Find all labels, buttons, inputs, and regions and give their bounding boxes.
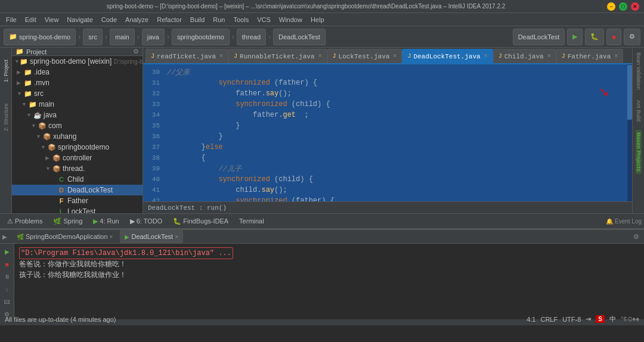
code-content[interactable]: 30 //父亲 31 synchronized (father) { 32 fa… <box>143 64 632 201</box>
close-button[interactable]: ✕ <box>631 2 639 11</box>
tree-thread[interactable]: ▼ 📦 thread. <box>12 163 143 174</box>
toolbar-java-button[interactable]: java <box>142 29 165 45</box>
tab-runnableticket[interactable]: J RunnableTicket.java × <box>228 49 327 63</box>
menu-code[interactable]: Code <box>98 15 120 24</box>
toolbar-class-button[interactable]: DeadLockTest <box>273 29 326 45</box>
toolbar-src-button[interactable]: src <box>83 29 103 45</box>
tab-todo[interactable]: ▶ 6: TODO <box>125 215 168 227</box>
minimize-button[interactable]: − <box>607 2 615 11</box>
toolbar-springbootdemo-button[interactable]: springbootdemo <box>172 29 230 45</box>
debug-button[interactable]: 🐛 <box>585 29 604 45</box>
toolbar-main-button[interactable]: main <box>110 29 135 45</box>
menu-tools[interactable]: Tools <box>230 15 252 24</box>
panel-gear-icon[interactable]: ⚙ <box>133 48 139 55</box>
code-line-35: 35 } <box>143 120 632 131</box>
tree-idea[interactable]: ▶ 📁 .idea <box>12 67 143 77</box>
tab-locktest[interactable]: J LockTest.java × <box>327 49 402 63</box>
bean-validation-label[interactable]: Bean Validation <box>636 50 642 92</box>
run-panel-tabs: ▶ 🌿 SpringBootDemoApplication × ▶ DeadLo… <box>0 230 644 244</box>
run-button[interactable]: ▶ <box>567 29 583 45</box>
sidebar-item-structure[interactable]: 2: Structure <box>1 97 11 138</box>
run-icon: ▶ <box>2 234 7 240</box>
tree-com[interactable]: ▼ 📦 com <box>12 120 143 131</box>
title-bar: spring-boot-demo – [D:\spring-boot-demo]… <box>0 0 644 13</box>
code-line-38: 38 { <box>143 153 632 163</box>
run-output-area[interactable]: "D:\Program Files\Java\jdk1.8.0_121\bin\… <box>14 244 644 319</box>
menu-edit[interactable]: Edit <box>21 15 40 24</box>
tab-readticket[interactable]: J readTicket.java × <box>145 49 228 63</box>
code-line-31: 31 synchronized (father) { <box>143 77 632 88</box>
tree-deadlocktest[interactable]: D DeadLockTest <box>12 185 143 195</box>
tab-terminal[interactable]: Terminal <box>234 215 269 227</box>
tree-java[interactable]: ▼ ☕ java <box>12 110 143 120</box>
stop-button[interactable]: ■ <box>606 29 621 45</box>
run-tab-springbootdemo[interactable]: 🌿 SpringBootDemoApplication × <box>12 230 117 243</box>
event-log-link[interactable]: 🔔 Event Log <box>606 218 642 225</box>
tree-father[interactable]: F Father <box>12 195 143 206</box>
run-content-area: ▶ ■ ⏸ ↓ 🖂 ⚙ "D:\Program Files\Java\jdk1.… <box>0 244 644 319</box>
maven-projects-label[interactable]: Maven Projects <box>636 130 642 174</box>
run-panel-settings-icon[interactable]: ⚙ <box>633 233 639 241</box>
output-line-1: "D:\Program Files\Java\jdk1.8.0_121\bin\… <box>19 247 639 259</box>
run-scroll-btn[interactable]: ↓ <box>2 284 13 294</box>
menu-help[interactable]: Help <box>307 15 328 24</box>
menu-run[interactable]: Run <box>209 15 228 24</box>
tab-findbugs[interactable]: 🐛 FindBugs-IDEA <box>168 215 233 227</box>
run-pause-btn[interactable]: ⏸ <box>2 271 13 282</box>
settings-button[interactable]: ⚙ <box>624 29 640 45</box>
menu-refactor[interactable]: Refactor <box>153 15 185 24</box>
toolbar-springbootdemo-label: springbootdemo <box>177 33 224 41</box>
tab-deadlocktest[interactable]: J DeadLockTest.java × <box>402 49 493 63</box>
tree-xuhang[interactable]: ▼ 📦 xuhang <box>12 131 143 142</box>
menu-file[interactable]: File <box>2 15 20 24</box>
tree-main[interactable]: ▼ 📁 main <box>12 99 143 110</box>
menu-view[interactable]: View <box>41 15 63 24</box>
menu-vcs[interactable]: VCS <box>253 15 274 24</box>
sidebar-item-project[interactable]: 1: Project <box>1 50 11 92</box>
menu-navigate[interactable]: Navigate <box>63 15 96 24</box>
tree-controller[interactable]: ▶ 📦 controller <box>12 153 143 163</box>
tree-root[interactable]: ▼ 📁 spring-boot-demo [weixin] D:\spring-… <box>12 56 143 67</box>
code-line-42: 42 synchronized (father) { <box>143 195 632 201</box>
maximize-button[interactable]: □ <box>619 2 627 11</box>
tree-mvn[interactable]: ▶ 📁 .mvn <box>12 77 143 88</box>
toolbar-project-button[interactable]: 📁 spring-boot-demo <box>4 29 76 45</box>
tab-child[interactable]: J Child.java × <box>493 49 556 63</box>
scroll-thumb[interactable] <box>627 65 632 120</box>
code-line-34: 34 father.get ; <box>143 110 632 120</box>
toolbar-run-config-button[interactable]: DeadLockTest <box>513 29 565 45</box>
tree-src[interactable]: ▼ 📁 src <box>12 88 143 99</box>
run-tab-deadlocktest[interactable]: ▶ DeadLockTest × <box>120 230 183 243</box>
tab-run[interactable]: ▶ 4: Run <box>88 215 123 227</box>
tree-locktest[interactable]: L LockTest <box>12 206 143 213</box>
file-tabs-bar: J readTicket.java × J RunnableTicket.jav… <box>143 48 632 64</box>
editor-status-path: DeadLockTest : run() <box>148 204 627 212</box>
tab-father[interactable]: J Father.java × <box>556 49 624 63</box>
editor-scrollbar[interactable] <box>627 64 632 201</box>
run-toolbar: ▶ ■ ⏸ ↓ 🖂 ⚙ <box>0 244 14 319</box>
code-line-37: 37 }else <box>143 142 632 153</box>
tab-spring[interactable]: 🌿 Spring <box>48 215 87 227</box>
menu-window[interactable]: Window <box>275 15 306 24</box>
run-restart-btn[interactable]: ▶ <box>2 246 13 257</box>
tree-child[interactable]: C Child <box>12 174 143 185</box>
code-line-33: 33 synchronized (child) { <box>143 99 632 110</box>
tab-problems[interactable]: ⚠ Problems <box>2 215 47 227</box>
project-panel-header: 📁 Project ⚙ <box>12 48 143 56</box>
toolbar: 📁 spring-boot-demo › src › main › java ›… <box>0 26 644 48</box>
menu-build[interactable]: Build <box>187 15 208 24</box>
code-line-32: 32 father.say(); <box>143 88 632 99</box>
toolbar-thread-button[interactable]: thread <box>237 29 266 45</box>
code-editor[interactable]: J readTicket.java × J RunnableTicket.jav… <box>143 48 632 213</box>
ant-build-label[interactable]: Ant Build <box>636 98 642 124</box>
run-filter-btn[interactable]: 🖂 <box>2 296 13 307</box>
code-line-29: 30 //父亲 <box>143 67 632 77</box>
toolbar-java-label: java <box>147 33 159 41</box>
title-text: spring-boot-demo – [D:\spring-boot-demo]… <box>5 3 607 10</box>
toolbar-class-label: DeadLockTest <box>278 33 320 41</box>
status-message: All files are up-to-date (4 minutes ago) <box>5 316 116 323</box>
menu-analyze[interactable]: Analyze <box>122 15 152 24</box>
run-stop-btn[interactable]: ■ <box>2 259 13 269</box>
tree-springbootdemo[interactable]: ▼ 📦 springbootdemo <box>12 142 143 153</box>
editor-status-bar: DeadLockTest : run() <box>143 201 632 213</box>
